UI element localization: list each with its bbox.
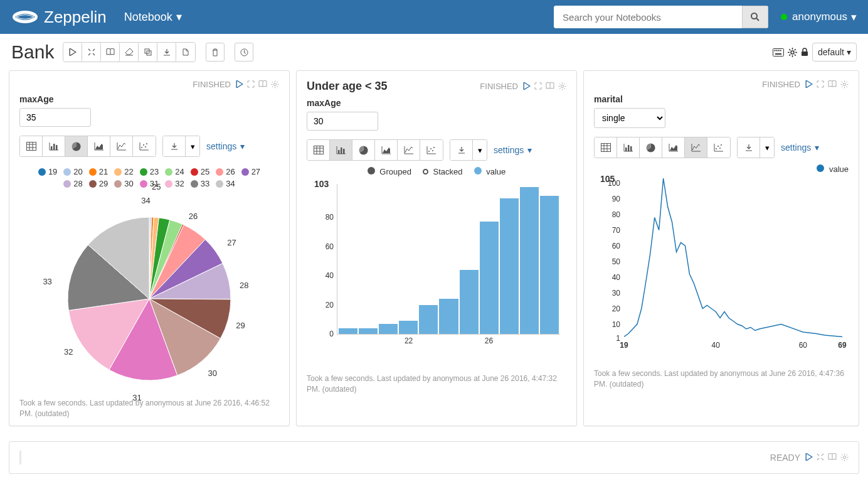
run-paragraph-button[interactable] <box>523 82 531 90</box>
mode-select[interactable]: default ▾ <box>812 43 857 62</box>
download-caret-button[interactable]: ▾ <box>760 137 774 158</box>
download-button[interactable] <box>738 137 760 158</box>
notebook-title[interactable]: Bank <box>11 41 54 63</box>
book-button[interactable] <box>828 80 837 89</box>
legend-item[interactable]: 22 <box>114 167 133 176</box>
search-input[interactable] <box>554 6 742 28</box>
gear-button[interactable] <box>271 80 279 89</box>
bar[interactable] <box>439 299 458 334</box>
hide-code-button[interactable] <box>82 43 101 62</box>
viz-pie-button[interactable] <box>352 140 375 160</box>
viz-line-button[interactable] <box>398 140 420 160</box>
viz-scatter-button[interactable] <box>707 137 730 158</box>
run-paragraph-button[interactable] <box>805 80 813 89</box>
viz-pie-button[interactable] <box>640 137 662 158</box>
legend-item[interactable]: 32 <box>165 179 184 188</box>
legend-item[interactable]: 24 <box>165 167 184 176</box>
legend-item[interactable]: 20 <box>63 167 82 176</box>
download-caret-button[interactable]: ▾ <box>186 136 199 156</box>
bar[interactable] <box>460 270 479 334</box>
viz-area-button[interactable] <box>88 136 110 156</box>
settings-link[interactable]: settings▾ <box>494 145 532 155</box>
legend-item[interactable]: 27 <box>241 167 260 176</box>
viz-table-button[interactable] <box>20 136 43 156</box>
lock-icon[interactable] <box>801 48 808 56</box>
bar[interactable] <box>480 222 499 334</box>
legend-item[interactable]: 33 <box>191 179 209 188</box>
viz-scatter-button[interactable] <box>133 136 156 156</box>
expand-button[interactable] <box>247 80 255 89</box>
legend-item[interactable]: 21 <box>89 167 108 176</box>
scheduler-button[interactable] <box>235 43 253 62</box>
viz-scatter-button[interactable] <box>420 140 443 160</box>
bar[interactable] <box>419 305 438 334</box>
run-paragraph-button[interactable] <box>236 80 243 89</box>
bar[interactable] <box>379 324 398 334</box>
legend-item[interactable]: 29 <box>89 179 108 188</box>
expand-button[interactable] <box>817 453 824 461</box>
viz-pie-button[interactable] <box>65 136 88 156</box>
gear-icon[interactable] <box>788 48 797 57</box>
viz-table-button[interactable] <box>595 137 617 158</box>
book-button[interactable] <box>546 82 554 90</box>
line-chart[interactable]: 105 100908070605040302010119406069 <box>594 175 849 363</box>
clone-button[interactable] <box>139 43 157 62</box>
download-caret-button[interactable]: ▾ <box>473 140 487 160</box>
bar[interactable] <box>520 187 539 334</box>
bar[interactable] <box>359 328 378 334</box>
viz-area-button[interactable] <box>375 140 398 160</box>
brand[interactable]: Zeppelin <box>11 8 107 27</box>
copy-icon <box>144 48 152 56</box>
export-button[interactable] <box>157 43 176 62</box>
viz-bar-button[interactable] <box>43 136 65 156</box>
bar[interactable] <box>540 196 559 334</box>
bar[interactable] <box>399 321 418 334</box>
keyboard-icon[interactable] <box>773 48 784 56</box>
delete-button[interactable] <box>206 43 225 62</box>
search-wrap <box>554 6 768 28</box>
version-button[interactable] <box>176 43 195 62</box>
book-button[interactable] <box>258 80 267 89</box>
search-button[interactable] <box>742 6 768 28</box>
maxage-input[interactable] <box>307 112 378 131</box>
viz-line-button[interactable] <box>685 137 707 158</box>
gear-icon <box>840 453 849 461</box>
hide-output-button[interactable] <box>101 43 120 62</box>
legend-item[interactable]: 19 <box>38 167 57 176</box>
run-all-button[interactable] <box>63 43 82 62</box>
clear-output-button[interactable] <box>120 43 139 62</box>
viz-area-button[interactable] <box>662 137 685 158</box>
notebook-menu[interactable]: Notebook ▾ <box>124 10 182 24</box>
bar[interactable] <box>500 198 519 334</box>
marital-select[interactable]: single <box>594 108 665 128</box>
book-button[interactable] <box>828 453 837 461</box>
legend-item[interactable]: 25 <box>191 167 209 176</box>
play-icon <box>523 82 531 90</box>
settings-link[interactable]: settings▾ <box>781 142 819 153</box>
download-button[interactable] <box>450 140 473 160</box>
legend-item[interactable]: 23 <box>140 167 159 176</box>
bar[interactable] <box>339 328 357 334</box>
expand-button[interactable] <box>534 82 542 90</box>
viz-line-button[interactable] <box>110 136 133 156</box>
viz-table-button[interactable] <box>307 140 330 160</box>
viz-bar-button[interactable] <box>330 140 352 160</box>
gear-button[interactable] <box>840 453 849 461</box>
gear-button[interactable] <box>840 80 849 89</box>
maxage-input[interactable] <box>19 108 91 127</box>
settings-link[interactable]: settings▾ <box>206 141 245 151</box>
legend-item[interactable]: 34 <box>216 179 235 188</box>
expand-button[interactable] <box>817 80 824 89</box>
download-button[interactable] <box>163 136 186 156</box>
legend-item[interactable]: 30 <box>114 179 133 188</box>
caret-down-icon: ▾ <box>765 143 770 153</box>
paragraph-empty[interactable]: READY <box>9 441 859 474</box>
legend-item[interactable]: 26 <box>216 167 235 176</box>
run-paragraph-button[interactable] <box>805 453 813 461</box>
gear-button[interactable] <box>558 82 566 90</box>
legend-item[interactable]: 28 <box>63 179 82 188</box>
bar-chart[interactable]: 103 80 60 40 20 0 22 26 <box>307 180 566 368</box>
pie-chart[interactable]: 34 26 27 28 29 30 31 32 33 25 <box>61 211 237 387</box>
viz-bar-button[interactable] <box>617 137 640 158</box>
user-menu[interactable]: anonymous ▾ <box>781 11 857 24</box>
